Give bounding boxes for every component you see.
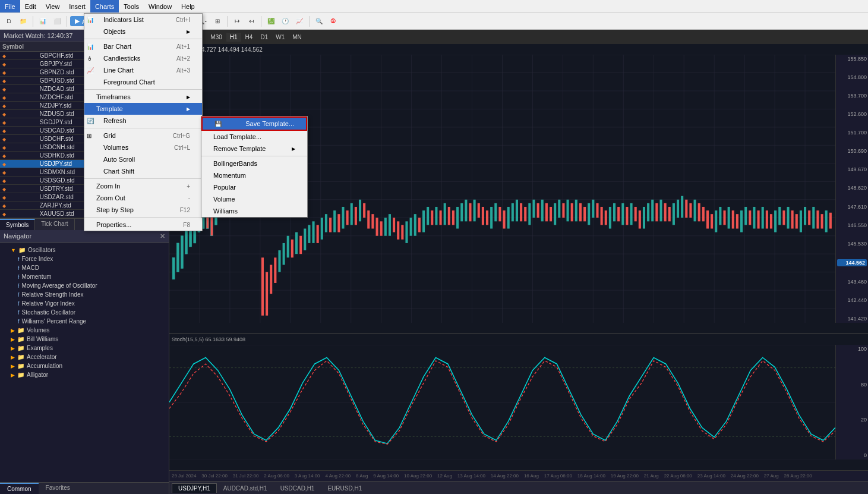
svg-rect-152 — [664, 203, 667, 221]
menu-insert[interactable]: Insert — [64, 0, 90, 12]
tab-usdcad-h1[interactable]: USDCAD,H1 — [274, 483, 321, 493]
nav-item-oscillator[interactable]: f Force Index — [0, 254, 169, 263]
menu-zoom-out[interactable]: Zoom Out - — [84, 192, 202, 204]
navigator-close-btn[interactable]: ✕ — [160, 232, 165, 240]
svg-rect-164 — [715, 210, 717, 232]
submenu-popular[interactable]: Popular — [201, 181, 307, 193]
indicators-btn[interactable]: 📊 — [36, 15, 49, 28]
objects-btn[interactable]: ⬜ — [50, 15, 64, 28]
nav-group-volumes[interactable]: ▶ 📁 Volumes — [0, 326, 169, 335]
svg-rect-141 — [617, 207, 620, 221]
svg-rect-94 — [418, 218, 421, 232]
nav-item-oscillator[interactable]: f Relative Strength Index — [0, 290, 169, 299]
submenu-load-template[interactable]: Load Template... — [201, 131, 307, 143]
toolbar-sep-6 — [261, 16, 261, 27]
tab-eurusd-h1[interactable]: EURUSD,H1 — [321, 483, 368, 493]
alerts-btn[interactable]: ① — [327, 15, 340, 28]
menu-file[interactable]: File — [0, 0, 20, 12]
menu-volumes[interactable]: Volumes Ctrl+L — [84, 141, 202, 153]
submenu-save-template[interactable]: 💾 Save Template... — [201, 117, 307, 131]
menu-edit[interactable]: Edit — [20, 0, 41, 12]
tf-w1[interactable]: W1 — [272, 33, 288, 42]
nav-item-oscillator[interactable]: f Relative Vigor Index — [0, 299, 169, 308]
menu-grid[interactable]: ⊞ Grid Ctrl+G — [84, 130, 202, 141]
template-sep — [201, 156, 307, 156]
nav-item-oscillator[interactable]: f MACD — [0, 263, 169, 272]
tb-chart-3[interactable]: 💹 — [264, 15, 277, 28]
nav-group-accelerator[interactable]: ▶ 📁 Accelerator — [0, 353, 169, 361]
submenu-momentum[interactable]: Momentum — [201, 169, 307, 181]
menu-template[interactable]: Template ▶ — [84, 103, 202, 115]
tb-chart-5[interactable]: 📈 — [293, 15, 306, 28]
tb-chart-4[interactable]: 🕐 — [279, 15, 292, 28]
svg-rect-57 — [261, 257, 264, 316]
menu-tools[interactable]: Tools — [119, 0, 144, 12]
submenu-remove-template[interactable]: Remove Template ▶ — [201, 143, 307, 155]
svg-rect-133 — [583, 207, 586, 221]
menu-line-chart[interactable]: 📈 Line Chart Alt+3 — [84, 64, 202, 76]
nav-tab-favorites[interactable]: Favorites — [39, 483, 77, 494]
svg-rect-91 — [405, 221, 408, 243]
grid-btn[interactable]: ⊞ — [211, 15, 224, 28]
menu-view[interactable]: View — [41, 0, 65, 12]
menu-properties[interactable]: Properties... F8 — [84, 219, 202, 231]
tab-usdjpy-h1[interactable]: USDJPY,H1 — [172, 483, 217, 493]
nav-item-oscillator[interactable]: f Moving Average of Oscillator — [0, 281, 169, 290]
new-chart-btn[interactable]: 🗋 — [2, 15, 15, 28]
menu-window[interactable]: Window — [144, 0, 176, 12]
tf-m30[interactable]: M30 — [207, 33, 225, 42]
search-btn[interactable]: 🔍 — [313, 15, 326, 28]
menu-candlesticks[interactable]: 🕯 Candlesticks Alt+2 — [84, 52, 202, 64]
menu-step-by-step[interactable]: Step by Step F12 — [84, 204, 202, 216]
tf-h1[interactable]: H1 — [226, 33, 241, 42]
nav-group-alligator[interactable]: ▶ 📁 Alligator — [0, 370, 169, 379]
price-level-9: 147.610 — [837, 204, 867, 210]
svg-rect-101 — [448, 207, 450, 225]
svg-rect-165 — [719, 207, 721, 225]
svg-rect-180 — [782, 210, 785, 225]
stoch-info: Stoch(15,5,5) 65.1633 59.9408 — [172, 336, 245, 342]
menu-charts[interactable]: Charts — [90, 0, 119, 12]
nav-item-oscillator[interactable]: f Stochastic Oscillator — [0, 308, 169, 317]
svg-rect-125 — [550, 207, 552, 221]
svg-rect-174 — [757, 210, 760, 228]
menu-bar-chart[interactable]: 📊 Bar Chart Alt+1 — [84, 40, 202, 52]
menu-help[interactable]: Help — [176, 0, 200, 12]
tab-symbols[interactable]: Symbols — [0, 219, 35, 230]
nav-item-oscillator[interactable]: f Williams' Percent Range — [0, 317, 169, 326]
svg-rect-138 — [605, 210, 607, 225]
tf-d1[interactable]: D1 — [257, 33, 272, 42]
svg-rect-166 — [723, 210, 725, 225]
tab-tick-chart[interactable]: Tick Chart — [35, 219, 74, 230]
open-btn[interactable]: 📁 — [17, 15, 30, 28]
svg-rect-149 — [651, 200, 654, 222]
svg-rect-81 — [363, 203, 365, 218]
menu-timeframes[interactable]: Timeframes ▶ — [84, 91, 202, 103]
menu-foreground-chart[interactable]: Foreground Chart — [84, 76, 202, 88]
menu-indicators-list[interactable]: 📊 Indicators List Ctrl+I — [84, 14, 202, 26]
nav-group-accumulation[interactable]: ▶ 📁 Accumulation — [0, 361, 169, 370]
nav-group-bill-williams[interactable]: ▶ 📁 Bill Williams — [0, 335, 169, 344]
tb-chart-2[interactable]: ↤ — [245, 15, 258, 28]
nav-tab-common[interactable]: Common — [0, 483, 39, 494]
nav-group-oscillators[interactable]: ▼ 📁 Oscillators — [0, 246, 169, 254]
submenu-volume[interactable]: Volume — [201, 193, 307, 205]
menu-auto-scroll[interactable]: Auto Scroll — [84, 153, 202, 165]
tab-audcad-h1[interactable]: AUDCAD.std,H1 — [217, 483, 274, 493]
menu-objects[interactable]: Objects ▶ — [84, 26, 202, 37]
menu-chart-shift[interactable]: Chart Shift — [84, 165, 202, 177]
nav-item-oscillator[interactable]: f Momentum — [0, 272, 169, 281]
svg-rect-61 — [278, 250, 280, 272]
tf-h4[interactable]: H4 — [242, 33, 257, 42]
submenu-bollinger[interactable]: BollingerBands — [201, 158, 307, 169]
toolbar-sep-1 — [33, 16, 33, 27]
stoch-level-0: 0 — [837, 452, 867, 458]
price-level-14: 141.420 — [837, 316, 867, 322]
menu-zoom-in[interactable]: Zoom In + — [84, 180, 202, 192]
submenu-williams[interactable]: Williams — [201, 205, 307, 217]
tf-mn[interactable]: MN — [289, 33, 305, 42]
svg-rect-130 — [571, 203, 573, 221]
nav-group-examples[interactable]: ▶ 📁 Examples — [0, 344, 169, 353]
menu-refresh[interactable]: 🔄 Refresh — [84, 115, 202, 127]
tb-chart-1[interactable]: ↦ — [231, 15, 244, 28]
